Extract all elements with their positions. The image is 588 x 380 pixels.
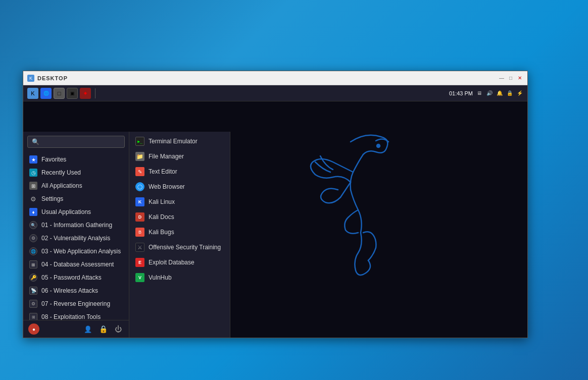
- menu-item-03[interactable]: 🌐 03 - Web Application Analysis: [23, 245, 129, 258]
- vulnhub-label: VulnHub: [149, 274, 172, 281]
- favorites-icon: ★: [29, 155, 37, 164]
- offensive-security-icon: ⚔: [135, 243, 144, 252]
- monitor-icon: 🖥: [476, 90, 483, 97]
- menu-items-list: ★ Favorites ◷ Recently Used ⊞ All Applic…: [23, 152, 129, 320]
- submenu-kali-docs[interactable]: D Kali Docs: [129, 209, 230, 225]
- taskbar-app-dark[interactable]: ▣: [67, 88, 78, 99]
- 03-icon: 🌐: [29, 247, 37, 255]
- submenu-vulnhub[interactable]: V VulnHub: [129, 270, 230, 285]
- lock-button[interactable]: 🔒: [97, 323, 109, 335]
- taskbar-right: 01:43 PM 🖥 🔊 🔔 🔒 ⚡: [449, 90, 523, 97]
- 06-icon: 📡: [29, 287, 37, 295]
- usual-applications-label: Usual Applications: [41, 208, 91, 215]
- all-applications-icon: ⊞: [29, 182, 37, 190]
- power-icon: ⚡: [516, 90, 523, 97]
- submenu-terminal[interactable]: ▶_ Terminal Emulator: [129, 134, 230, 149]
- submenu-kali-linux[interactable]: K Kali Linux: [129, 194, 230, 209]
- search-input[interactable]: [42, 138, 120, 145]
- taskbar-app-gray[interactable]: □: [54, 88, 65, 99]
- kali-dragon-logo: [275, 112, 426, 313]
- menu-item-favorites[interactable]: ★ Favorites: [23, 153, 129, 166]
- exploit-db-label: Exploit Database: [149, 259, 194, 266]
- menu-right-panel: ▶_ Terminal Emulator 📁 File Manager ✎ Te…: [129, 132, 230, 338]
- submenu-file-manager[interactable]: 📁 File Manager: [129, 149, 230, 164]
- 08-icon: ⊞: [29, 313, 37, 320]
- lock-icon: 🔒: [506, 90, 513, 97]
- kali-linux-icon: K: [135, 197, 144, 206]
- titlebar-app-icon: K: [27, 75, 34, 82]
- titlebar-title: DESKTOP: [37, 75, 68, 81]
- offensive-security-label: Offensive Security Training: [149, 244, 221, 251]
- minimize-button[interactable]: —: [498, 75, 505, 82]
- taskbar-app-red[interactable]: ◆: [80, 88, 91, 99]
- taskbar-separator: [95, 88, 95, 98]
- taskbar-app-browser[interactable]: 🌐: [40, 88, 52, 99]
- taskbar: K 🌐 □ ▣ ◆ 01:43 PM 🖥 🔊 🔔 🔒 ⚡: [23, 85, 527, 101]
- menu-item-usual-applications[interactable]: ♦ Usual Applications: [23, 205, 129, 219]
- recently-used-icon: ◷: [29, 169, 37, 177]
- file-manager-label: File Manager: [149, 153, 184, 160]
- file-manager-icon: 📁: [135, 152, 144, 161]
- menu-item-02[interactable]: ⚙ 02 - Vulnerability Analysis: [23, 232, 129, 245]
- text-editor-label: Text Editor: [149, 168, 177, 175]
- submenu-exploit-db[interactable]: E Exploit Database: [129, 255, 230, 270]
- all-applications-label: All Applications: [41, 182, 82, 189]
- svg-point-0: [377, 144, 380, 147]
- 05-label: 05 - Password Attacks: [41, 274, 102, 281]
- terminal-icon: ▶_: [135, 137, 144, 146]
- 08-label: 08 - Exploitation Tools: [41, 313, 101, 320]
- menu-item-01[interactable]: 🔍 01 - Information Gathering: [23, 219, 129, 232]
- menu-bottom-bar: ● 👤 🔒 ⏻: [23, 320, 129, 338]
- titlebar-left: K DESKTOP: [27, 75, 68, 82]
- kali-docs-label: Kali Docs: [149, 213, 174, 221]
- application-menu: 🔍 ★ Favorites ◷ Recently Used ⊞: [23, 132, 230, 338]
- 03-label: 03 - Web Application Analysis: [41, 248, 121, 255]
- 06-label: 06 - Wireless Attacks: [41, 287, 98, 294]
- submenu-text-editor[interactable]: ✎ Text Editor: [129, 164, 230, 179]
- menu-item-07[interactable]: ⚙ 07 - Reverse Engineering: [23, 297, 129, 310]
- settings-icon: ⚙: [29, 195, 37, 203]
- 07-icon: ⚙: [29, 300, 37, 308]
- close-button[interactable]: ✕: [516, 75, 523, 82]
- submenu-offensive-security[interactable]: ⚔ Offensive Security Training: [129, 240, 230, 255]
- search-icon: 🔍: [32, 138, 39, 145]
- speaker-icon: 🔊: [486, 90, 493, 97]
- power-button[interactable]: ⏻: [113, 323, 124, 335]
- menu-item-04[interactable]: ▦ 04 - Database Assessment: [23, 258, 129, 271]
- text-editor-icon: ✎: [135, 167, 144, 176]
- vulnhub-icon: V: [135, 273, 144, 282]
- 07-label: 07 - Reverse Engineering: [41, 300, 110, 307]
- search-bar[interactable]: 🔍: [27, 136, 125, 148]
- menu-item-06[interactable]: 📡 06 - Wireless Attacks: [23, 284, 129, 297]
- desktop-window: K DESKTOP — □ ✕ K 🌐 □ ▣ ◆ 01:43 PM 🖥 🔊 🔔…: [23, 71, 528, 338]
- taskbar-apps: K 🌐 □ ▣ ◆: [27, 88, 97, 99]
- menu-left-panel: 🔍 ★ Favorites ◷ Recently Used ⊞: [23, 132, 129, 338]
- menu-item-recently-used[interactable]: ◷ Recently Used: [23, 166, 129, 179]
- user-avatar[interactable]: ●: [28, 323, 39, 335]
- exploit-db-icon: E: [135, 258, 144, 267]
- maximize-button[interactable]: □: [507, 75, 514, 82]
- titlebar-controls: — □ ✕: [498, 75, 523, 82]
- settings-label: Settings: [41, 195, 63, 202]
- user-icon[interactable]: 👤: [82, 323, 93, 335]
- titlebar: K DESKTOP — □ ✕: [23, 71, 527, 85]
- 02-label: 02 - Vulnerability Analysis: [41, 235, 110, 242]
- menu-item-05[interactable]: 🔑 05 - Password Attacks: [23, 271, 129, 284]
- kali-bugs-label: Kali Bugs: [149, 229, 174, 236]
- menu-item-settings[interactable]: ⚙ Settings: [23, 192, 129, 205]
- usual-applications-icon: ♦: [29, 208, 37, 216]
- terminal-label: Terminal Emulator: [149, 138, 198, 145]
- favorites-label: Favorites: [41, 156, 66, 163]
- web-browser-label: Web Browser: [149, 183, 185, 190]
- recently-used-label: Recently Used: [41, 169, 81, 176]
- taskbar-time: 01:43 PM: [449, 90, 473, 96]
- submenu-kali-bugs[interactable]: B Kali Bugs: [129, 225, 230, 240]
- 01-label: 01 - Information Gathering: [41, 222, 112, 229]
- 02-icon: ⚙: [29, 234, 37, 242]
- taskbar-app-kali[interactable]: K: [27, 88, 38, 99]
- submenu-web-browser[interactable]: ◯ Web Browser: [129, 179, 230, 194]
- kali-linux-label: Kali Linux: [149, 198, 175, 205]
- menu-item-08[interactable]: ⊞ 08 - Exploitation Tools: [23, 310, 129, 320]
- menu-item-all-applications[interactable]: ⊞ All Applications: [23, 179, 129, 192]
- desktop-area: 🔍 ★ Favorites ◷ Recently Used ⊞: [23, 101, 527, 338]
